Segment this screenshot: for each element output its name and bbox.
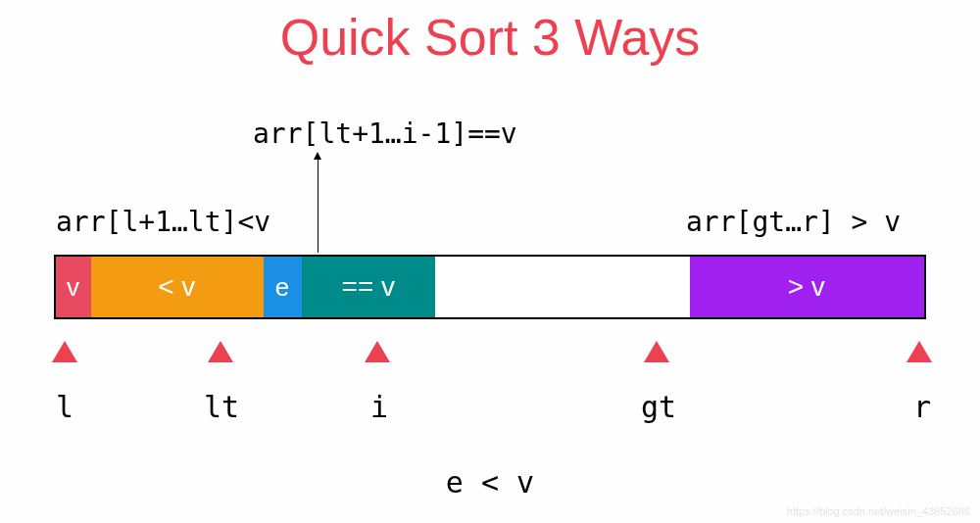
segment-equal: == v — [302, 257, 435, 317]
segment-current: e — [264, 257, 303, 317]
diagram-title: Quick Sort 3 Ways — [0, 8, 980, 67]
pointer-gt: gt — [641, 390, 676, 424]
annotation-lt-range: arr[l+1…lt]<v — [56, 206, 270, 238]
segment-unprocessed — [435, 257, 689, 317]
arrow-line — [318, 160, 318, 253]
annotation-eq-range: arr[lt+1…i-1]==v — [253, 118, 517, 150]
array-bar: v < v e == v > v — [54, 255, 926, 319]
condition-text: e < v — [0, 465, 980, 499]
triangle-icon — [644, 341, 669, 362]
pointer-lt: lt — [204, 390, 239, 424]
watermark: https://blog.csdn.net/weixin_43852686 — [787, 505, 970, 517]
segment-pivot: v — [56, 257, 91, 317]
segment-greater: > v — [690, 257, 924, 317]
triangle-icon — [208, 341, 233, 362]
annotation-gt-range: arr[gt…r] > v — [686, 206, 901, 238]
triangle-icon — [52, 341, 77, 362]
pointer-r: r — [913, 390, 931, 424]
triangle-icon — [906, 341, 932, 362]
triangle-icon — [365, 341, 390, 362]
segment-less: < v — [91, 257, 264, 317]
pointer-l: l — [56, 390, 74, 424]
pointer-i: i — [370, 390, 388, 424]
arrow-head-icon — [314, 152, 321, 160]
